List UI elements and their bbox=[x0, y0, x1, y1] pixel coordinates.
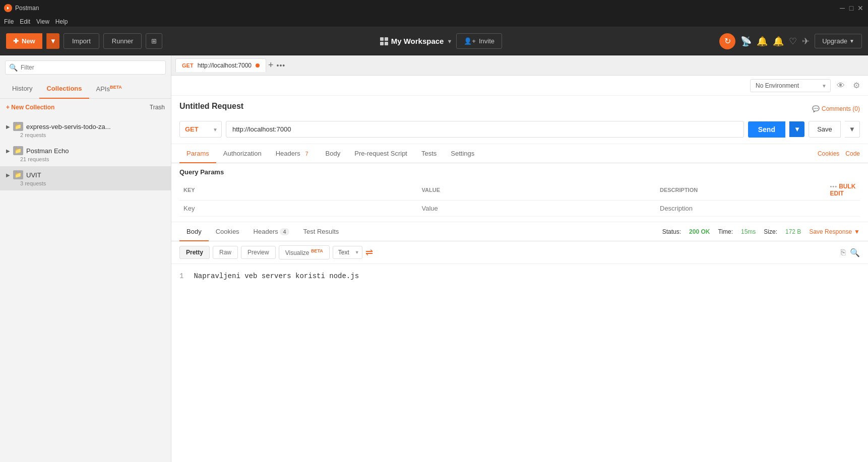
chevron-right-icon: ▶ bbox=[6, 124, 10, 129]
tab-collections[interactable]: Collections bbox=[39, 80, 89, 99]
filter-input[interactable] bbox=[5, 60, 166, 75]
tab-test-results[interactable]: Test Results bbox=[296, 223, 346, 241]
sidebar-tabs: History Collections APIsBETA bbox=[0, 80, 171, 99]
wrap-button[interactable]: ⇌ bbox=[365, 247, 373, 258]
unsaved-indicator bbox=[256, 63, 260, 68]
invite-button[interactable]: 👤+ Invite bbox=[456, 33, 502, 49]
folder-icon: 📁 bbox=[13, 170, 23, 179]
description-input[interactable] bbox=[660, 205, 822, 212]
invite-label: Invite bbox=[479, 37, 494, 45]
list-item[interactable]: ▶ 📁 Postman Echo 21 requests bbox=[0, 142, 171, 166]
save-dropdown-button[interactable]: ▼ bbox=[845, 121, 860, 138]
response-headers-badge: 4 bbox=[280, 228, 289, 235]
size-value: 172 B bbox=[785, 228, 801, 235]
value-input[interactable] bbox=[422, 205, 652, 212]
tab-more-button[interactable]: ••• bbox=[277, 61, 286, 70]
comments-link[interactable]: 💬 Comments (0) bbox=[812, 105, 860, 112]
add-tab-button[interactable]: + bbox=[268, 60, 274, 71]
app-icon bbox=[4, 4, 12, 12]
new-label: New bbox=[22, 37, 35, 45]
search-response-icon[interactable]: 🔍 bbox=[850, 248, 860, 257]
cookies-link[interactable]: Cookies bbox=[818, 150, 839, 157]
list-item[interactable]: ▶ 📁 express-veb-servis-todo-za... 2 requ… bbox=[0, 118, 171, 142]
line-number: 1 bbox=[179, 272, 183, 280]
column-more-button[interactable]: ••• bbox=[830, 183, 838, 189]
menu-edit[interactable]: Edit bbox=[20, 18, 30, 25]
settings-icon[interactable]: ⚙ bbox=[851, 79, 862, 92]
content-area: GET http://localhost:7000 + ••• No Envir… bbox=[171, 55, 868, 462]
menu-help[interactable]: Help bbox=[55, 18, 68, 25]
tab-response-cookies[interactable]: Cookies bbox=[209, 223, 246, 241]
comments-label: Comments (0) bbox=[822, 105, 860, 112]
list-item[interactable]: ▶ 📁 UVIT 3 requests bbox=[0, 166, 171, 190]
toolbar: ✚ New ▼ Import Runner ⊞ My Workspace ▼ 👤… bbox=[0, 27, 868, 55]
runner-button[interactable]: Runner bbox=[103, 33, 142, 49]
upgrade-button[interactable]: Upgrade ▼ bbox=[815, 34, 862, 48]
send-button[interactable]: Send bbox=[748, 121, 785, 138]
trash-button[interactable]: Trash bbox=[150, 104, 165, 111]
menu-file[interactable]: File bbox=[4, 18, 14, 25]
request-title: Untitled Request bbox=[179, 102, 243, 111]
notification-icon[interactable]: 🔔 bbox=[757, 36, 768, 47]
request-tab[interactable]: GET http://localhost:7000 bbox=[175, 58, 266, 72]
search-icon: 🔍 bbox=[9, 63, 18, 72]
sync-button[interactable]: ↻ bbox=[719, 33, 735, 49]
collection-name: express-veb-servis-todo-za... bbox=[26, 123, 111, 130]
url-input[interactable] bbox=[226, 121, 744, 138]
maximize-button[interactable]: □ bbox=[848, 5, 855, 12]
code-link[interactable]: Code bbox=[845, 150, 860, 157]
raw-button[interactable]: Raw bbox=[213, 246, 238, 259]
response-content: 1Napravljeni veb servers koristi node.js bbox=[171, 264, 868, 462]
save-button[interactable]: Save bbox=[809, 121, 841, 138]
preview-button[interactable]: Preview bbox=[241, 246, 276, 259]
save-response-button[interactable]: Save Response ▼ bbox=[809, 228, 860, 235]
request-area: Untitled Request 💬 Comments (0) GET POST… bbox=[171, 96, 868, 144]
builder-button[interactable]: ⊞ bbox=[146, 33, 162, 49]
heart-icon[interactable]: ♡ bbox=[789, 36, 797, 47]
pretty-button[interactable]: Pretty bbox=[179, 246, 210, 259]
send-icon[interactable]: ✈ bbox=[802, 36, 810, 47]
tab-tests[interactable]: Tests bbox=[414, 145, 444, 163]
tab-params[interactable]: Params bbox=[179, 145, 216, 163]
params-area: Query Params KEY VALUE DESCRIPTION ••• B… bbox=[171, 163, 868, 222]
key-input[interactable] bbox=[183, 205, 414, 212]
new-button[interactable]: ✚ New bbox=[6, 33, 42, 49]
beta-badge: BETA bbox=[110, 85, 122, 90]
method-badge: GET bbox=[182, 62, 194, 69]
copy-icon[interactable]: ⎘ bbox=[841, 248, 846, 257]
tab-response-headers[interactable]: Headers 4 bbox=[246, 223, 296, 241]
tab-settings[interactable]: Settings bbox=[444, 145, 481, 163]
menu-view[interactable]: View bbox=[36, 18, 49, 25]
tab-apis[interactable]: APIsBETA bbox=[89, 80, 129, 99]
format-select[interactable]: Text bbox=[333, 246, 362, 259]
bell-icon[interactable]: 🔔 bbox=[773, 36, 784, 47]
collection-count: 21 requests bbox=[6, 156, 165, 162]
grid-icon: ⊞ bbox=[151, 37, 157, 45]
upgrade-label: Upgrade bbox=[822, 37, 847, 45]
new-collection-button[interactable]: + New Collection bbox=[6, 104, 54, 111]
workspace-name-label: My Workspace bbox=[391, 37, 444, 45]
collection-name: UVIT bbox=[26, 171, 41, 179]
headers-badge: 7 bbox=[302, 150, 311, 157]
eye-icon[interactable]: 👁 bbox=[835, 79, 847, 92]
response-tabs: Body Cookies Headers 4 Test Results Stat… bbox=[171, 222, 868, 241]
import-button[interactable]: Import bbox=[64, 33, 99, 49]
environment-select[interactable]: No Environment bbox=[750, 79, 831, 92]
workspace-selector[interactable]: My Workspace ▼ bbox=[380, 37, 453, 45]
send-dropdown-button[interactable]: ▼ bbox=[789, 121, 804, 137]
new-dropdown-button[interactable]: ▼ bbox=[46, 33, 59, 49]
tab-pre-request-script[interactable]: Pre-request Script bbox=[347, 145, 414, 163]
collection-count: 2 requests bbox=[6, 132, 165, 138]
tab-history[interactable]: History bbox=[5, 80, 39, 99]
tab-authorization[interactable]: Authorization bbox=[216, 145, 269, 163]
visualize-button[interactable]: Visualize BETA bbox=[279, 245, 330, 259]
method-select[interactable]: GET POST PUT DELETE bbox=[179, 121, 222, 138]
close-button[interactable]: ✕ bbox=[857, 5, 864, 12]
minimize-button[interactable]: ─ bbox=[839, 5, 846, 12]
antenna-icon[interactable]: 📡 bbox=[740, 36, 752, 47]
tab-response-body[interactable]: Body bbox=[179, 223, 209, 241]
save-response-label: Save Response bbox=[809, 228, 852, 235]
env-bar: No Environment 👁 ⚙ bbox=[171, 76, 868, 96]
tab-headers[interactable]: Headers 7 bbox=[269, 145, 319, 163]
tab-body[interactable]: Body bbox=[319, 145, 348, 163]
